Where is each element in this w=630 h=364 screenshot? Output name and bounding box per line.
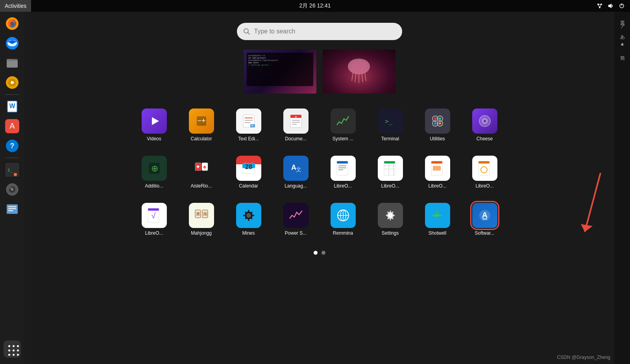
app-item-mines[interactable]: Mines (225, 200, 272, 239)
svg-text:W: W (9, 103, 15, 109)
dock-disc[interactable] (4, 181, 21, 198)
app-icon-libreoimpress (425, 156, 450, 181)
app-icon-libreocalc (378, 156, 403, 181)
app-icon-mines (236, 203, 261, 228)
show-apps-button[interactable] (4, 340, 21, 358)
app-icon-shotwell (425, 203, 450, 228)
window-preview-terminal[interactable]: user@ubuntu:~$ cd /opt/project user@ubun… (244, 50, 316, 94)
search-bar[interactable] (237, 23, 402, 40)
app-item-videos[interactable]: Videos (131, 105, 178, 145)
app-item-libreoimpress[interactable]: LibreO... (414, 153, 461, 192)
dock-appstore[interactable]: A (4, 118, 21, 135)
svg-line-3 (598, 4, 600, 7)
app-label-additional: Additio... (145, 183, 163, 189)
dock: W A ? $_ (0, 12, 24, 364)
svg-point-75 (484, 120, 486, 122)
sidebar-item-english[interactable]: 英 (617, 15, 627, 18)
svg-text:♠: ♠ (203, 164, 206, 170)
sidebar-item-simplified[interactable]: 简 (617, 50, 627, 53)
activities-button[interactable]: Activities (0, 0, 31, 12)
app-icon-systemmonitor (331, 108, 356, 134)
app-item-aisle[interactable]: ♥♠AisleRio... (178, 153, 225, 192)
app-label-mahjongg: Mahjongg (191, 230, 212, 236)
dock-separator-2 (5, 158, 19, 158)
app-label-libreocalc: LibreO... (381, 183, 399, 189)
dock-thunderbird[interactable] (4, 35, 21, 52)
svg-point-70 (434, 122, 436, 125)
app-icon-calculator: −+ (189, 108, 214, 134)
app-icon-libreowriter (331, 156, 356, 181)
svg-point-72 (436, 120, 439, 122)
app-item-mahjongg[interactable]: 東南Mahjongg (178, 200, 225, 239)
app-icon-videos (142, 108, 167, 134)
clock: 2月 26 12:41 (299, 2, 331, 9)
svg-rect-17 (7, 59, 11, 61)
app-item-cheese[interactable]: Cheese (461, 105, 508, 145)
volume-icon[interactable] (607, 2, 614, 9)
app-icon-remmina (331, 203, 356, 228)
svg-line-48 (365, 73, 366, 81)
search-input[interactable] (254, 28, 396, 35)
app-item-calendar[interactable]: 28Calendar (225, 153, 272, 192)
app-label-libreoimpress: LibreO... (428, 183, 446, 189)
svg-rect-16 (7, 61, 18, 68)
app-item-libreodraw[interactable]: LibreO... (461, 153, 508, 192)
app-item-remmina[interactable]: Remmina (320, 200, 367, 239)
sidebar-item-katakana[interactable]: ア (617, 20, 627, 28)
app-item-libreowriter[interactable]: LibreO... (320, 153, 367, 192)
app-icon-libreoeq: √ (142, 203, 167, 228)
svg-text:南: 南 (203, 211, 207, 216)
svg-text:♥: ♥ (196, 164, 199, 170)
app-icon-utilities (425, 108, 450, 134)
dock-rhythmbox[interactable] (4, 74, 21, 91)
dock-firefox[interactable] (4, 15, 21, 32)
app-icon-libreodraw (472, 156, 497, 181)
app-item-libreoeq[interactable]: √LibreO... (131, 200, 178, 239)
dock-terminal[interactable]: $_ (4, 161, 21, 178)
app-item-software[interactable]: ASoftwar... (461, 200, 508, 239)
app-item-power[interactable]: Power S... (272, 200, 320, 239)
system-icons (596, 2, 630, 9)
network-icon[interactable] (596, 2, 603, 9)
svg-rect-90 (337, 161, 348, 164)
watermark: CSDN @Grayson_Zheng (557, 355, 610, 360)
app-item-libreocalc[interactable]: LibreO... (367, 153, 414, 192)
sidebar-item-star[interactable]: ★ (618, 40, 626, 49)
app-label-systemmonitor: System ... (333, 136, 353, 142)
app-label-calculator: Calculator (190, 136, 212, 142)
app-item-settings[interactable]: Settings (367, 200, 414, 239)
dock-help[interactable]: ? (4, 137, 21, 154)
pagination-dot-2[interactable] (321, 251, 325, 255)
svg-text:−+: −+ (197, 117, 205, 125)
app-label-aisle: AisleRio... (190, 183, 212, 189)
pagination-dot-1[interactable] (314, 251, 318, 255)
sidebar-item-hiragana[interactable]: あ (617, 30, 627, 39)
dock-files[interactable] (4, 54, 21, 72)
app-item-document[interactable]: ADocume... (272, 105, 320, 145)
dock-writer[interactable]: W (4, 98, 21, 115)
svg-text:$_: $_ (7, 167, 13, 173)
dock-notes[interactable] (4, 200, 21, 218)
app-item-terminal2[interactable]: >_Terminal (367, 105, 414, 145)
app-item-language[interactable]: A文Languag... (272, 153, 320, 192)
app-item-shotwell[interactable]: Shotwell (414, 200, 461, 239)
app-item-texteditor[interactable]: ✏Text Edi... (225, 105, 272, 145)
window-preview-wallpaper[interactable] (323, 50, 395, 94)
jellyfish-decoration (343, 55, 375, 83)
svg-marker-6 (608, 4, 612, 8)
app-item-additional[interactable]: ⊕Additio... (131, 153, 178, 192)
svg-text:28: 28 (245, 164, 252, 170)
app-item-calculator[interactable]: −+Calculator (178, 105, 225, 145)
svg-rect-95 (384, 161, 395, 164)
app-label-power: Power S... (285, 230, 307, 236)
app-label-document: Docume... (285, 136, 307, 142)
app-grid: Videos−+Calculator✏Text Edi...ADocume...… (131, 105, 508, 239)
svg-point-31 (14, 173, 17, 176)
svg-point-68 (434, 118, 436, 120)
app-label-libreowriter: LibreO... (334, 183, 352, 189)
app-icon-settings (378, 203, 403, 228)
app-item-systemmonitor[interactable]: System ... (320, 105, 367, 145)
app-item-utilities[interactable]: Utilities (414, 105, 461, 145)
power-icon[interactable] (618, 2, 625, 9)
svg-rect-107 (148, 208, 159, 211)
